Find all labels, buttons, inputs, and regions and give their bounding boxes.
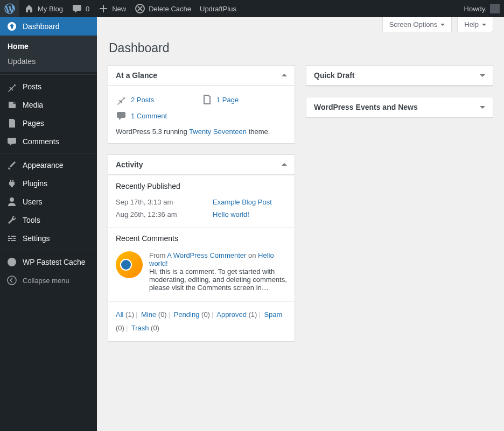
collapse-label: Collapse menu — [23, 277, 69, 285]
svg-point-1 — [8, 258, 16, 266]
glance-posts[interactable]: 2 Posts — [116, 92, 201, 107]
glance-pages[interactable]: 1 Page — [201, 92, 287, 107]
recent-comments-heading: Recent Comments — [116, 234, 287, 243]
widget-events-news: WordPress Events and News — [306, 97, 493, 118]
cheetah-icon — [6, 257, 17, 267]
post-date: Aug 26th, 12:36 am — [116, 210, 213, 218]
my-account[interactable]: Howdy, — [460, 0, 504, 17]
collapse-menu[interactable]: Collapse menu — [0, 271, 97, 289]
activity-header[interactable]: Activity — [108, 155, 295, 175]
menu-appearance[interactable]: Appearance — [0, 156, 97, 174]
delete-cache[interactable]: Delete Cache — [130, 0, 195, 17]
menu-wpfc[interactable]: WP Fastest Cache — [0, 253, 97, 271]
filter-trash[interactable]: Trash — [131, 324, 149, 332]
menu-tools-label: Tools — [23, 216, 40, 224]
delete-cache-label: Delete Cache — [149, 5, 191, 13]
menu-users[interactable]: Users — [0, 193, 97, 211]
wp-logo[interactable] — [0, 0, 19, 17]
menu-posts-label: Posts — [23, 82, 41, 91]
dashboard-icon — [6, 21, 17, 32]
recently-published-heading: Recently Published — [116, 182, 287, 190]
filter-spam[interactable]: Spam — [264, 310, 282, 319]
svg-point-2 — [8, 276, 16, 285]
post-link[interactable]: Hello world! — [213, 210, 249, 218]
menu-plugins[interactable]: Plugins — [0, 174, 97, 193]
column-right: Quick Draft WordPress Events and News — [306, 65, 493, 118]
toggle-icon[interactable] — [282, 160, 287, 166]
pin-icon — [6, 81, 17, 92]
filter-approved[interactable]: Approved — [216, 310, 247, 319]
widget-activity: Activity Recently Published Sep 17th, 3:… — [108, 154, 295, 342]
comments-count: 0 — [86, 5, 89, 13]
post-link[interactable]: Example Blog Post — [213, 198, 272, 206]
home-icon — [24, 3, 34, 14]
screen-options-tab[interactable]: Screen Options — [382, 17, 452, 32]
wp-version: WordPress 5.3 running Twenty Seventeen t… — [116, 128, 287, 136]
comment-icon — [6, 136, 17, 147]
filter-all[interactable]: All — [116, 310, 123, 319]
activity-title: Activity — [116, 160, 143, 169]
filter-pending[interactable]: Pending — [174, 310, 200, 319]
updraft-label: UpdraftPlus — [200, 5, 236, 13]
menu-settings-label: Settings — [23, 234, 50, 243]
menu-dashboard[interactable]: Dashboard — [0, 17, 97, 36]
column-left: At a Glance 2 Posts 1 Page — [108, 65, 295, 342]
quick-draft-title: Quick Draft — [314, 71, 354, 80]
comment-avatar — [116, 251, 143, 278]
comment-icon — [116, 110, 127, 121]
cache-icon — [135, 3, 145, 14]
submenu-home[interactable]: Home — [0, 39, 97, 54]
menu-settings[interactable]: Settings — [0, 229, 97, 248]
filter-mine[interactable]: Mine — [141, 310, 156, 319]
comment-excerpt: Hi, this is a comment. To get started wi… — [149, 267, 287, 292]
glance-comments[interactable]: 1 Comment — [116, 107, 287, 121]
user-icon — [6, 196, 17, 207]
quick-draft-header[interactable]: Quick Draft — [306, 66, 493, 86]
widget-at-a-glance: At a Glance 2 Posts 1 Page — [108, 65, 295, 144]
post-date: Sep 17th, 3:13 am — [116, 198, 213, 206]
menu-pages-label: Pages — [23, 119, 44, 128]
recent-comments: Recent Comments From A WordPress Comment… — [108, 227, 295, 301]
chevron-down-icon[interactable] — [480, 106, 485, 111]
new-label: New — [112, 5, 126, 13]
menu-comments[interactable]: Comments — [0, 132, 97, 151]
wordpress-icon — [4, 3, 15, 14]
widget-quick-draft: Quick Draft — [306, 65, 493, 86]
chevron-down-icon[interactable] — [480, 74, 485, 80]
help-tab[interactable]: Help — [457, 17, 493, 32]
wrench-icon — [6, 215, 17, 225]
site-title: My Blog — [38, 5, 63, 13]
main-content: Screen Options Help Dashboard At a Glanc… — [97, 17, 504, 431]
comment-icon — [72, 3, 82, 14]
brush-icon — [6, 160, 17, 171]
glance-header[interactable]: At a Glance — [108, 66, 295, 86]
theme-link[interactable]: Twenty Seventeen — [189, 128, 247, 136]
page-icon — [201, 94, 212, 105]
comment-item: From A WordPress Commenter on Hello worl… — [116, 248, 287, 295]
submenu-updates[interactable]: Updates — [0, 54, 97, 69]
events-news-title: WordPress Events and News — [314, 103, 418, 111]
sliders-icon — [6, 233, 17, 244]
comment-author-link[interactable]: A WordPress Commenter — [167, 251, 246, 259]
plug-icon — [6, 178, 17, 189]
admin-menu: Dashboard Home Updates Posts Media Pages… — [0, 17, 97, 431]
published-item: Aug 26th, 12:36 am Hello world! — [116, 208, 287, 221]
toggle-icon[interactable] — [282, 71, 287, 76]
menu-media[interactable]: Media — [0, 96, 97, 114]
menu-posts[interactable]: Posts — [0, 77, 97, 96]
glance-title: At a Glance — [116, 71, 157, 80]
menu-users-label: Users — [23, 197, 43, 206]
plus-icon — [98, 3, 109, 14]
site-name[interactable]: My Blog — [19, 0, 67, 17]
events-news-header[interactable]: WordPress Events and News — [306, 97, 493, 117]
menu-media-label: Media — [23, 101, 43, 109]
comment-filters: All (1)| Mine (0)| Pending (0)| Approved… — [108, 301, 295, 341]
comments-bubble[interactable]: 0 — [67, 0, 94, 17]
new-content[interactable]: New — [94, 0, 130, 17]
menu-pages[interactable]: Pages — [0, 114, 97, 132]
updraftplus[interactable]: UpdraftPlus — [195, 0, 241, 17]
submenu-dashboard: Home Updates — [0, 36, 97, 72]
menu-tools[interactable]: Tools — [0, 211, 97, 229]
avatar — [490, 4, 500, 13]
menu-dashboard-label: Dashboard — [23, 22, 60, 31]
